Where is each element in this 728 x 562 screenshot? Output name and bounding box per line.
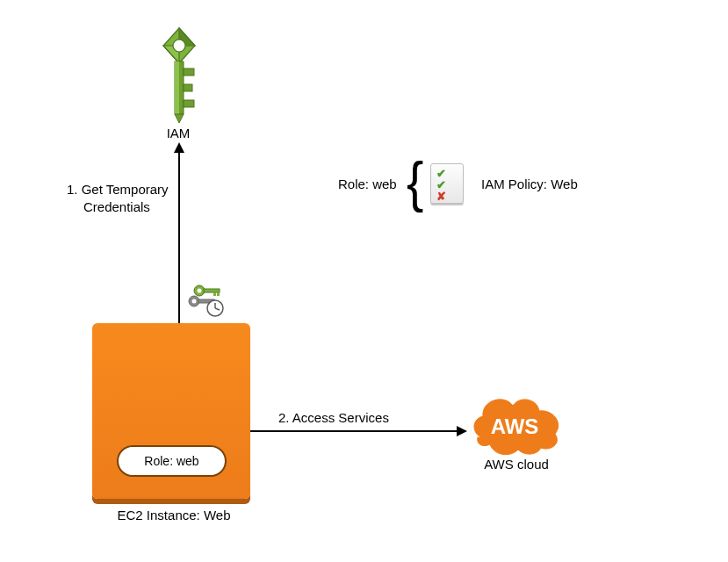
svg-rect-2 [175, 61, 179, 114]
diagram-canvas: IAM 1. Get Temporary Credentials [0, 0, 728, 562]
svg-point-7 [192, 299, 197, 304]
step1-label-line2: Credentials [83, 199, 150, 214]
svg-point-0 [173, 40, 185, 52]
svg-text:AWS: AWS [491, 414, 539, 438]
svg-rect-5 [184, 100, 194, 107]
ec2-caption: EC2 Instance: Web [99, 508, 249, 522]
temp-credentials-icon [187, 284, 229, 322]
ec2-role-pill: Role: web [117, 445, 227, 477]
step1-label-line1: 1. Get Temporary [67, 182, 169, 197]
aws-cloud-caption: AWS cloud [481, 457, 551, 472]
curly-brace-icon: { [407, 154, 423, 210]
policy-checklist-icon: ✔ ✔ ✘ [430, 163, 464, 204]
svg-point-12 [198, 289, 202, 293]
svg-rect-4 [184, 84, 192, 91]
ec2-role-text: Role: web [144, 454, 198, 468]
svg-rect-13 [204, 289, 220, 292]
aws-cloud-icon: AWS [462, 386, 567, 460]
arrow-get-credentials [178, 152, 180, 323]
svg-rect-3 [184, 68, 194, 76]
arrowhead-up-icon [174, 142, 184, 153]
ec2-instance-box: Role: web [92, 323, 250, 499]
iam-key-icon [160, 26, 198, 126]
svg-rect-15 [217, 292, 220, 296]
policy-role-label: Role: web [338, 177, 397, 191]
step2-label: 2. Access Services [278, 410, 389, 425]
iam-label: IAM [165, 126, 191, 140]
svg-rect-14 [213, 292, 216, 296]
policy-label: IAM Policy: Web [481, 177, 578, 191]
arrow-access-services [250, 430, 458, 432]
